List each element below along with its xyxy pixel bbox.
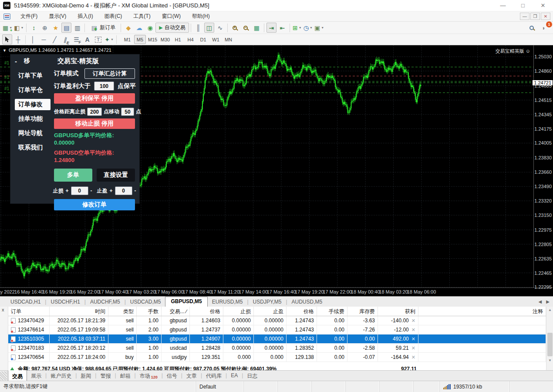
terminal-tab-警报[interactable]: 警报 <box>96 371 115 381</box>
column-header[interactable]: 止盈 <box>254 307 287 316</box>
panel-menu-item[interactable]: 联系我们 <box>15 142 51 153</box>
terminal-tab-文章[interactable]: 文章 <box>182 371 201 381</box>
tp-minus-button[interactable]: - <box>135 188 136 194</box>
timeframe-m30[interactable]: M30 <box>159 35 171 44</box>
price-axis[interactable]: 1.250301.248601.246851.245151.243451.241… <box>533 45 553 287</box>
tabs-scroll-right-icon[interactable]: ▶ <box>546 299 550 304</box>
order-row[interactable]: 1234701832022.05.17 18:20:12sell1.00usdc… <box>8 344 546 353</box>
terminal-tab-账户历史[interactable]: 账户历史 <box>47 371 75 381</box>
zoom-in-button[interactable]: + <box>230 23 240 33</box>
terminal-close-icon[interactable]: x <box>2 308 4 312</box>
candlestick-chart-type-icon[interactable]: ◫ <box>204 23 214 33</box>
trail-distance-input[interactable] <box>87 108 102 116</box>
menu-item[interactable]: 帮助(H) <box>186 13 216 20</box>
terminal-tab-市场[interactable]: 市场120 <box>136 371 162 381</box>
shapes-tool-icon[interactable]: ✦▼ <box>104 34 114 44</box>
direct-set-button[interactable]: 直接设置 <box>97 169 135 182</box>
panel-minimize-button[interactable]: - <box>15 57 17 65</box>
terminal-tab-交易[interactable]: 交易 <box>8 370 27 382</box>
sl-minus-button[interactable]: - <box>91 188 92 194</box>
terminal-tab-邮箱[interactable]: 邮箱 <box>116 371 135 381</box>
chart-tab[interactable]: GBPUSD,M5 <box>165 297 207 307</box>
chart-area[interactable]: ▼GBPUSD,M5 1.24660 1.24721 1.24657 1.247… <box>0 45 553 296</box>
channel-tool-icon[interactable]: ∥E <box>59 33 71 45</box>
indicators-menu-button[interactable]: ⊞▼ <box>292 23 302 33</box>
order-row[interactable]: 1234704292022.05.17 18:21:39sell1.00gbpu… <box>8 316 546 325</box>
chart-tab[interactable]: USDCAD,M5 <box>126 297 165 307</box>
terminal-tab-EA[interactable]: EA <box>227 371 242 380</box>
new-order-button[interactable]: ▤✚新订单 <box>87 23 119 33</box>
panel-menu-item[interactable]: 网址导航 <box>15 128 51 139</box>
menu-item[interactable]: 窗口(W) <box>156 13 186 20</box>
chart-shift-icon[interactable]: ⇤ <box>277 23 287 33</box>
tabs-scroll-left-icon[interactable]: ◀ <box>539 299 542 304</box>
close-order-icon[interactable]: ✕ <box>411 355 415 360</box>
panel-menu-item[interactable]: 订单平仓 <box>15 84 51 96</box>
chart-tab[interactable]: EURUSD,M5 <box>208 297 247 307</box>
column-header[interactable]: 手数 <box>137 307 162 316</box>
menu-item[interactable]: 文件(F) <box>15 13 43 20</box>
templates-menu-button[interactable]: ▣▼ <box>314 23 324 33</box>
community-icon[interactable]: ☁ <box>134 23 144 33</box>
sl-plus-button[interactable]: + <box>65 188 68 194</box>
favorites-icon[interactable]: ★ <box>51 23 61 33</box>
panel-menu-item[interactable]: 订单下单 <box>15 70 51 81</box>
trailing-stop-toggle-button[interactable]: 移动止损 停用 <box>54 118 135 129</box>
column-header[interactable]: 库存费 <box>347 307 378 316</box>
tile-windows-icon[interactable]: ▦ <box>252 23 262 33</box>
column-header[interactable]: 时间 <box>50 307 108 316</box>
column-header[interactable]: 类型 <box>108 307 137 316</box>
zoom-out-button[interactable]: − <box>241 23 251 33</box>
line-chart-type-icon[interactable]: ∿ <box>215 23 225 33</box>
tp-input[interactable] <box>115 186 132 195</box>
timeframe-d1[interactable]: D1 <box>197 35 209 44</box>
order-summary-button[interactable]: 订单汇总计算 <box>84 68 135 79</box>
bar-chart-type-icon[interactable]: ║ <box>193 23 203 33</box>
trendline-tool-icon[interactable]: ╱ <box>50 34 60 44</box>
close-order-icon[interactable]: ✕ <box>411 336 415 342</box>
chart-tab[interactable]: USDJPY,M5 <box>249 297 286 307</box>
modify-order-button[interactable]: 修改订单 <box>54 199 135 210</box>
navigator-toggle-icon[interactable]: ▤ <box>61 23 71 33</box>
tp-plus-button[interactable]: + <box>110 188 113 194</box>
autotrading-button[interactable]: ▶自动交易 <box>155 23 189 33</box>
timeframe-w1[interactable]: W1 <box>210 35 222 44</box>
data-window-icon[interactable]: ▥ <box>72 23 82 33</box>
column-header[interactable]: 获利 <box>378 307 418 316</box>
order-row[interactable]: 1234706542022.05.17 18:24:00buy1.00usdjp… <box>8 353 546 362</box>
panel-menu-item[interactable]: 挂单功能 <box>15 113 51 125</box>
order-row[interactable]: 1234766142022.05.17 19:09:58sell2.00gbpu… <box>8 325 546 335</box>
column-header[interactable]: 价格 <box>287 307 317 316</box>
terminal-tab-展示[interactable]: 展示 <box>27 371 45 381</box>
profit-gt-input[interactable] <box>94 81 114 91</box>
column-header[interactable]: 价格 <box>190 307 223 316</box>
terminal-tab-信号[interactable]: 信号 <box>163 371 181 381</box>
horizontal-line-tool-icon[interactable]: ─ <box>39 34 49 44</box>
trail-step-input[interactable] <box>121 108 134 116</box>
close-order-icon[interactable]: ✕ <box>411 318 415 324</box>
scrollbar-thumb[interactable] <box>547 333 553 356</box>
timeframe-h1[interactable]: H1 <box>172 35 184 44</box>
chart-restore-button[interactable]: ❐ <box>530 13 540 20</box>
timeframe-h4[interactable]: H4 <box>185 35 196 44</box>
notifications-icon[interactable]: ◗1 <box>539 23 549 33</box>
column-header[interactable]: 注释 <box>418 307 546 316</box>
chart-tab[interactable]: AUDCHF,M5 <box>86 297 125 307</box>
crosshair-tool-icon[interactable]: ┼ <box>13 34 23 44</box>
maximize-button[interactable]: □ <box>513 0 533 11</box>
chart-close-button[interactable]: ✕ <box>541 13 550 20</box>
chart-tab[interactable]: USDCHF,H1 <box>46 297 84 307</box>
crosshair-target-icon[interactable]: ⊕ <box>40 23 50 33</box>
column-header[interactable]: 交易... ∕ <box>162 307 190 316</box>
menu-item[interactable]: 图表(C) <box>99 13 128 20</box>
cursor-tool-icon[interactable] <box>2 34 12 44</box>
vertical-line-tool-icon[interactable]: │ <box>28 34 38 44</box>
timeframe-m15[interactable]: M15 <box>147 35 158 44</box>
close-order-icon[interactable]: ✕ <box>411 345 415 351</box>
status-profile[interactable]: Default <box>196 381 244 392</box>
menu-item[interactable]: 插入(I) <box>72 13 98 20</box>
fibonacci-tool-icon[interactable]: ☰F <box>71 34 81 44</box>
long-orders-button[interactable]: 多单 <box>54 169 92 182</box>
new-chart-button[interactable]: ▦+▼ <box>2 23 13 33</box>
periods-menu-button[interactable]: ◷▼ <box>303 23 313 33</box>
